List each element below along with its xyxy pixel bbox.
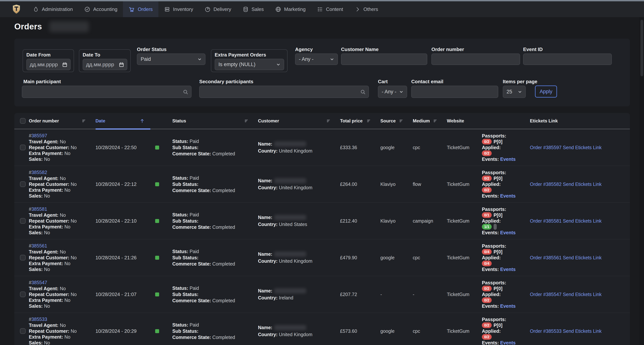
send-etickets-link[interactable]: Order #385582 Send Etickets Link [530, 182, 602, 187]
website-cell: TicketGum [447, 218, 482, 224]
status-green-indicator [155, 256, 159, 260]
nav-item-others[interactable]: Others [349, 1, 384, 17]
send-etickets-link[interactable]: Order #385547 Send Etickets Link [530, 292, 602, 297]
nav-item-inventory[interactable]: Inventory [158, 1, 199, 17]
passports-count-badge: 0/4 [482, 249, 492, 254]
nav-label: Orders [138, 6, 152, 12]
date-from-input[interactable]: дд.мм.рррр [26, 59, 70, 70]
chevron-down-icon [518, 90, 522, 94]
row-checkbox[interactable] [20, 328, 26, 334]
passports-count-badge: 0/2 [482, 139, 492, 144]
row-checkbox[interactable] [20, 292, 26, 297]
events-label: Events: [482, 267, 499, 272]
order-number-link[interactable]: #385561 [29, 243, 47, 249]
extra-payment-select[interactable]: Is empty (NULL) [215, 59, 284, 70]
filter-icon[interactable] [366, 118, 371, 123]
items-per-page-select[interactable]: 25 [503, 86, 526, 98]
cart-value: - Any - [382, 89, 396, 95]
calendar-icon[interactable] [119, 62, 124, 68]
status-label: Status: [172, 286, 188, 291]
apply-button[interactable]: Apply [535, 86, 557, 98]
customer-name-input[interactable] [341, 54, 427, 65]
filter-icon[interactable] [399, 118, 404, 123]
chevron-right-icon [354, 6, 360, 12]
date-to-input[interactable]: дд.мм.рррр [83, 59, 127, 70]
customer-name-group: Customer Name [341, 46, 427, 65]
travel-agent-label: Travel Agent: [29, 139, 58, 144]
events-link[interactable]: Events [500, 304, 516, 309]
cart-select[interactable]: - Any - [378, 86, 407, 98]
vertical-scrollbar[interactable] [640, 17, 644, 345]
commerce-state-label: Commerce State: [172, 188, 211, 193]
order-number-link[interactable]: #385581 [29, 206, 47, 212]
brand-logo[interactable] [0, 1, 27, 17]
extra-payment-label: Extra Payment: [29, 334, 63, 340]
send-etickets-link[interactable]: Order #385581 Send Etickets Link [530, 218, 602, 224]
row-checkbox[interactable] [20, 218, 26, 224]
status-green-indicator [155, 219, 159, 223]
sort-ascending-icon[interactable] [140, 118, 145, 124]
events-link[interactable]: Events [500, 230, 516, 235]
shield-logo-icon [12, 4, 21, 14]
send-etickets-link[interactable]: Order #385533 Send Etickets Link [530, 328, 602, 334]
applied-count-badge: 0/2 [482, 187, 492, 193]
order-number-link[interactable]: #385533 [29, 316, 47, 322]
events-link[interactable]: Events [500, 156, 516, 162]
order-number-link[interactable]: #385582 [29, 170, 47, 175]
order-number-link[interactable]: #385597 [29, 133, 47, 138]
col-header-status[interactable]: Status [172, 113, 258, 129]
col-header-medium[interactable]: Medium [413, 113, 447, 129]
row-checkbox[interactable] [20, 145, 26, 150]
sales-label: Sales: [29, 230, 43, 235]
row-checkbox[interactable] [20, 181, 26, 187]
status-cell: Status: Paid Sub Status: Commerce State:… [172, 322, 258, 340]
col-header-source[interactable]: Source [380, 113, 413, 129]
col-header-total-price[interactable]: Total price [340, 113, 380, 129]
calendar-icon[interactable] [62, 62, 68, 68]
nav-item-content[interactable]: Content [311, 1, 349, 17]
main-participant-input[interactable] [22, 86, 192, 98]
col-header-date[interactable]: Date [96, 113, 152, 129]
secondary-participants-input[interactable] [199, 86, 369, 98]
nav-item-sales[interactable]: Sales [237, 1, 270, 17]
row-checkbox[interactable] [20, 255, 26, 260]
col-header-customer[interactable]: Customer [258, 113, 340, 129]
nav-item-marketing[interactable]: Marketing [270, 1, 311, 17]
nav-item-accounting[interactable]: Accounting [78, 1, 123, 17]
order-number-link[interactable]: #385547 [29, 280, 47, 286]
date-cell: 10/28/2024 - 21:26 [96, 255, 152, 261]
events-link[interactable]: Events [500, 267, 516, 272]
nav-item-delivery[interactable]: Delivery [199, 1, 237, 17]
passports-label: Passports: [482, 206, 506, 212]
nav-item-administration[interactable]: Administration [27, 1, 78, 17]
col-header-order-number[interactable]: Order number [29, 113, 96, 129]
events-link[interactable]: Events [500, 193, 516, 198]
agency-select[interactable]: - Any - [295, 54, 338, 65]
nav-item-orders[interactable]: Orders [123, 1, 158, 17]
events-link[interactable]: Events [500, 340, 516, 345]
medium-cell: - [413, 292, 447, 297]
website-cell: TicketGum [447, 292, 482, 297]
secondary-participants-group: Secondary participants [199, 79, 369, 98]
redacted-customer-name [274, 325, 306, 330]
order-number-input[interactable] [432, 54, 520, 65]
send-etickets-link[interactable]: Order #385597 Send Etickets Link [530, 145, 602, 150]
order-status-select[interactable]: Paid [137, 54, 206, 65]
filter-icon[interactable] [326, 118, 331, 123]
name-label: Name: [258, 215, 272, 220]
extra-payment-label: Extra Payment Orders [215, 52, 284, 58]
contact-email-input[interactable] [411, 86, 498, 98]
event-id-input[interactable] [523, 54, 612, 65]
status-green-indicator [155, 146, 159, 150]
send-etickets-link[interactable]: Order #385561 Send Etickets Link [530, 255, 602, 260]
cart-group: Cart - Any - [378, 79, 407, 98]
status-label: Status: [172, 138, 188, 144]
commerce-state-label: Commerce State: [172, 224, 211, 230]
filter-icon[interactable] [82, 118, 86, 123]
select-all-checkbox[interactable] [20, 118, 26, 124]
medium-cell: flow [413, 182, 447, 187]
website-cell: TicketGum [447, 182, 482, 187]
scrollbar-thumb[interactable] [640, 20, 643, 76]
filter-icon[interactable] [244, 118, 249, 123]
filter-icon[interactable] [433, 118, 438, 123]
